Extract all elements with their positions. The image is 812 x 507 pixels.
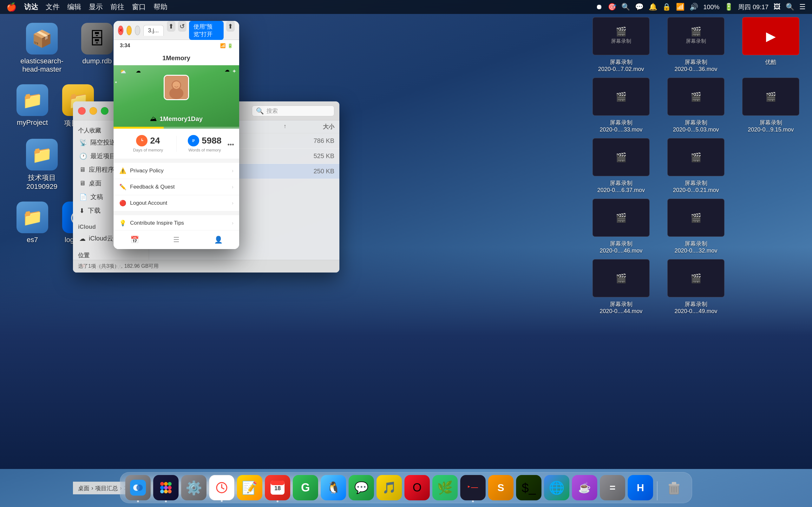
control-strip-icon[interactable]: ☰ bbox=[799, 3, 806, 11]
path-project[interactable]: 项目汇总 bbox=[95, 485, 118, 492]
rotate-icon-btn[interactable]: ↺ bbox=[178, 21, 187, 32]
finder-path-bar: 选了1项（共3项），182.96 GB可用 bbox=[73, 260, 339, 273]
wechat-icon: 💬 bbox=[635, 3, 644, 11]
dock-iterm[interactable]: $_ bbox=[516, 475, 542, 500]
hero-app-name: 1Memory1Day bbox=[159, 115, 203, 123]
right-thumbnails-grid: 🎬 屏幕录制 屏幕录制2020-0...7.02.mov 🎬 屏幕录制 屏幕录制… bbox=[586, 17, 806, 315]
finder-close-button[interactable] bbox=[78, 107, 86, 115]
preview-tab[interactable]: 3.j... bbox=[143, 25, 164, 36]
desktop-icon-es7[interactable]: 📁 es7 bbox=[13, 198, 52, 248]
dot-icon: ● bbox=[115, 80, 117, 84]
feedback-quest-item[interactable]: ✏️ Feedback & Quest › bbox=[113, 179, 239, 195]
clock: 周四 09:17 bbox=[738, 3, 768, 11]
dock-terminal[interactable]: ▶ bbox=[460, 475, 486, 500]
right-thumb-5[interactable]: 🎬 屏幕录制2020-0...9.15.mov bbox=[736, 78, 806, 133]
dock-qq[interactable]: 🐧 bbox=[321, 475, 346, 500]
tab-list[interactable]: ☰ bbox=[155, 233, 197, 246]
dock-chrome[interactable]: 🌐 bbox=[544, 475, 569, 500]
tab-profile[interactable]: 👤 bbox=[197, 233, 239, 246]
desktop-icon-myproject[interactable]: 📁 myProject bbox=[13, 80, 52, 132]
svg-point-22 bbox=[160, 490, 164, 493]
right-thumb-6[interactable]: 🎬 屏幕录制2020-0....6.37.mov bbox=[586, 138, 656, 193]
right-thumb-11[interactable]: 🎬 屏幕录制2020-0....49.mov bbox=[661, 259, 731, 315]
svg-point-19 bbox=[160, 486, 164, 490]
orange-circle-svg bbox=[139, 137, 145, 144]
size-col-header[interactable]: 大小 bbox=[296, 123, 334, 130]
apple-menu[interactable]: 🍎 bbox=[6, 2, 16, 12]
battery-percent: 100% bbox=[703, 3, 719, 11]
share-icon-btn[interactable]: ⬆ bbox=[167, 21, 175, 32]
privacy-policy-item[interactable]: ⚠️ Privacy Policy › bbox=[113, 163, 239, 179]
dock-trash[interactable] bbox=[661, 475, 687, 500]
ellipsis-icon: ••• bbox=[227, 141, 234, 148]
preview-maximize-button[interactable] bbox=[135, 26, 140, 35]
right-thumb-empty bbox=[736, 138, 806, 193]
dock-finder[interactable] bbox=[125, 475, 151, 500]
path-desktop[interactable]: 桌面 bbox=[78, 485, 90, 492]
right-thumb-7[interactable]: 🎬 屏幕录制2020-0...0.21.mov bbox=[661, 138, 731, 193]
search-icon: 🔍 bbox=[256, 107, 264, 115]
dock-stickies[interactable]: 📝 bbox=[237, 475, 262, 500]
menu-view[interactable]: 显示 bbox=[89, 2, 103, 12]
recents-label: 最近项目 bbox=[90, 152, 116, 160]
preview-minimize-button[interactable] bbox=[126, 26, 132, 35]
dock-wechat[interactable]: 💬 bbox=[349, 475, 374, 500]
thumb-1-label: 屏幕录制 bbox=[610, 37, 632, 46]
contribute-inspire-item[interactable]: 💡 Contribute Inspire Tips › bbox=[113, 215, 239, 231]
dock-opera[interactable]: O bbox=[404, 475, 430, 500]
dock-soulver[interactable]: = bbox=[600, 475, 625, 500]
dock-reminders[interactable] bbox=[209, 475, 235, 500]
tab-calendar[interactable]: 📅 bbox=[113, 233, 155, 246]
dock-qq-music[interactable]: 🎵 bbox=[376, 475, 402, 500]
thumb-11-image: 🎬 bbox=[667, 259, 724, 297]
youku-app-icon: ▶ bbox=[766, 29, 776, 43]
stats-section: 24 Days of memory 5988 bbox=[113, 129, 239, 159]
finder-minimize-button[interactable] bbox=[90, 107, 97, 115]
right-thumb-youku[interactable]: ▶ 优酷 bbox=[736, 17, 806, 72]
menubar: 🍎 访达 文件 编辑 显示 前往 窗口 帮助 ⏺ 🎯 🔍 💬 🔔 🔒 📶 🔊 1… bbox=[0, 0, 812, 14]
right-thumb-4[interactable]: 🎬 屏幕录制2020-0...5.03.mov bbox=[661, 78, 731, 133]
elasticsearch-folder-icon: 📦 bbox=[26, 23, 58, 55]
right-thumb-1[interactable]: 🎬 屏幕录制 屏幕录制2020-0...7.02.mov bbox=[586, 17, 656, 72]
words-number: 5988 bbox=[202, 135, 221, 146]
desktop-icon-dump[interactable]: 🗄 dump.rdb bbox=[78, 19, 117, 77]
menu-finder[interactable]: 访达 bbox=[24, 2, 38, 12]
elasticsearch-label: elasticsearch-head-master bbox=[16, 57, 67, 73]
dock-grammarly[interactable]: G bbox=[293, 475, 318, 500]
profile-face bbox=[165, 76, 188, 99]
dock-evernote[interactable]: 🌿 bbox=[432, 475, 458, 500]
menu-go[interactable]: 前往 bbox=[110, 2, 124, 12]
finder-dot bbox=[137, 500, 139, 502]
right-thumb-2[interactable]: 🎬 屏幕录制 屏幕录制2020-0....36.mov bbox=[661, 17, 731, 72]
more-options-button[interactable]: ••• bbox=[227, 141, 234, 148]
dock-calendar[interactable]: 18 bbox=[265, 475, 290, 500]
preview-close-button[interactable]: ✕ bbox=[118, 26, 123, 35]
finder-search-field[interactable]: 🔍 搜索 bbox=[252, 106, 334, 116]
right-thumb-9[interactable]: 🎬 屏幕录制2020-0....32.mov bbox=[661, 199, 731, 254]
thumb-2-filename: 屏幕录制2020-0....36.mov bbox=[674, 58, 717, 72]
terminal-dot bbox=[472, 500, 474, 502]
right-thumb-8[interactable]: 🎬 屏幕录制2020-0....46.mov bbox=[586, 199, 656, 254]
menu-help[interactable]: 帮助 bbox=[154, 2, 167, 12]
dock-hidock[interactable]: H bbox=[628, 475, 653, 500]
share-btn2[interactable]: ⬆ bbox=[226, 21, 235, 32]
open-in-preview-button[interactable]: 使用"预览"打开 bbox=[189, 21, 223, 40]
right-thumb-3[interactable]: 🎬 屏幕录制2020-0....33.mov bbox=[586, 78, 656, 133]
desktop-icon-elasticsearch[interactable]: 📦 elasticsearch-head-master bbox=[13, 19, 71, 77]
svg-point-15 bbox=[136, 485, 143, 491]
thumb-3-app-icon: 🎬 bbox=[616, 92, 627, 102]
desktop-icon-tech[interactable]: 📁 技术项目 20190929 bbox=[13, 135, 71, 194]
logout-account-item[interactable]: 🔴 Logout Account › bbox=[113, 195, 239, 211]
screenflick-icon: 🎯 bbox=[608, 3, 616, 11]
finder-maximize-button[interactable] bbox=[101, 107, 108, 115]
inspire-label: Contribute Inspire Tips bbox=[130, 220, 228, 226]
right-thumb-10[interactable]: 🎬 屏幕录制2020-0....44.mov bbox=[586, 259, 656, 315]
menu-edit[interactable]: 编辑 bbox=[67, 2, 81, 12]
dock-system-prefs[interactable]: ⚙️ bbox=[181, 475, 206, 500]
spotlight-icon[interactable]: 🔍 bbox=[786, 3, 794, 11]
menu-window[interactable]: 窗口 bbox=[132, 2, 146, 12]
menu-file[interactable]: 文件 bbox=[46, 2, 60, 12]
dock-intellij[interactable]: ☕ bbox=[572, 475, 597, 500]
dock-sublime[interactable]: S bbox=[488, 475, 513, 500]
dock-launchpad[interactable] bbox=[153, 475, 179, 500]
